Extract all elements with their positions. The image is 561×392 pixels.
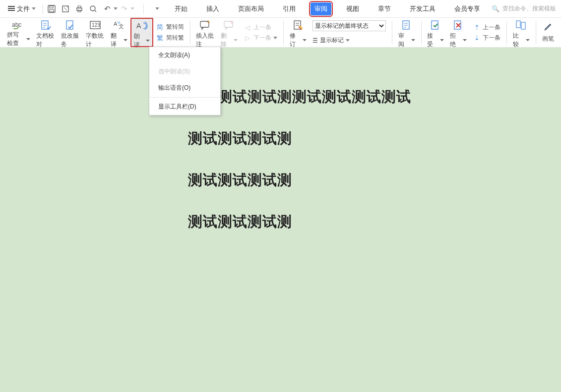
track-state-select[interactable]: 显示标记的最终状态 (312, 20, 386, 31)
file-menu-label: 文件 (17, 4, 30, 13)
undo-icon[interactable]: ↶ (103, 4, 112, 13)
tab-insert[interactable]: 插入 (202, 2, 223, 15)
show-marks-button[interactable]: ☰ 显示标记 (312, 36, 386, 45)
overflow-chevron-icon[interactable] (153, 4, 162, 13)
read-aloud-dropdown: 全文朗读(A) 选中朗读(S) 输出语音(O) 显示工具栏(D) (149, 47, 221, 115)
svg-text:×: × (230, 20, 233, 25)
svg-text:123: 123 (92, 22, 100, 28)
dd-separator (149, 97, 220, 98)
track-options-group: 显示标记的最终状态 ☰ 显示标记 (310, 18, 389, 47)
document-line[interactable]: 测试测试测试测 (188, 170, 292, 190)
read-aloud-icon: A (135, 20, 148, 31)
insert-comment-button[interactable]: + 插入批注 (193, 18, 218, 47)
proofread-button[interactable]: 文档校对 (33, 18, 58, 47)
document-line[interactable]: 测试测试测试测测试测试测试测试 (188, 87, 411, 107)
document-line[interactable]: 测试测试测试测 (188, 129, 292, 149)
dd-read-all[interactable]: 全文朗读(A) (149, 47, 220, 63)
undo-redo-group: ↶ ↷ (103, 4, 134, 13)
accept-button[interactable]: 接受 (424, 18, 447, 47)
read-aloud-button[interactable]: A 朗读 (130, 18, 153, 47)
tab-review[interactable]: 审阅 (311, 2, 331, 15)
approve-button[interactable]: 批改服务 (58, 18, 83, 47)
pen-button[interactable]: 画笔 (539, 18, 557, 47)
simplify-group: 简繁转简 繁简转繁 (153, 18, 187, 47)
tab-section[interactable]: 章节 (374, 2, 395, 15)
next-change-button[interactable]: ⇣下一条 (473, 34, 500, 42)
compare-button[interactable]: 比较 (510, 18, 533, 47)
proofread-label: 文档校对 (36, 32, 55, 49)
tab-view[interactable]: 视图 (342, 2, 363, 15)
tab-reference[interactable]: 引用 (279, 2, 300, 15)
separator (536, 21, 536, 44)
next-icon: ▷ (244, 34, 251, 42)
save-icon[interactable] (47, 4, 56, 13)
trad2simp-icon: 简 (156, 23, 164, 32)
chevron-down-icon[interactable] (114, 7, 118, 10)
next-comment-button[interactable]: ▷下一条 (244, 34, 277, 42)
hamburger-icon (8, 6, 15, 12)
svg-rect-1 (50, 6, 53, 8)
chevron-down-icon (273, 37, 277, 39)
track-changes-button[interactable]: 修订 (287, 18, 310, 47)
separator (506, 21, 507, 44)
track-icon (293, 20, 304, 31)
next-change-label: 下一条 (483, 34, 500, 42)
change-nav-group: ⇡上一条 ⇣下一条 (470, 18, 503, 47)
simp2trad-button[interactable]: 繁简转繁 (156, 34, 184, 43)
search-box[interactable]: 查找命令、搜索模板 (492, 4, 556, 13)
document-area[interactable]: 测试测试测试测测试测试测试测试 测试测试测试测 测试测试测试测 测试测试测试测 (0, 48, 561, 392)
spellcheck-label: 拼写检查 (7, 31, 24, 48)
chevron-down-icon (411, 39, 415, 41)
document-line[interactable]: 测试测试测试测 (188, 212, 292, 232)
trad2simp-button[interactable]: 简繁转简 (156, 23, 184, 32)
print-icon[interactable] (75, 4, 84, 13)
tab-start[interactable]: 开始 (171, 2, 191, 15)
svg-text:A: A (136, 22, 141, 30)
prev-change-label: 上一条 (483, 23, 500, 32)
comment-delete-icon: × (223, 20, 235, 31)
next-change-icon: ⇣ (473, 34, 481, 42)
dd-show-toolbar[interactable]: 显示工具栏(D) (149, 99, 220, 115)
search-icon (492, 5, 499, 12)
wordcount-icon: 123 (89, 20, 101, 31)
print-preview-icon[interactable] (61, 4, 70, 13)
svg-text:A: A (114, 21, 118, 27)
divider (43, 4, 43, 14)
reject-button[interactable]: 拒绝 (447, 18, 470, 47)
simp2trad-label: 简转繁 (166, 34, 184, 42)
tab-developer[interactable]: 开发工具 (406, 2, 439, 15)
chevron-down-icon (440, 39, 444, 41)
delete-comment-button[interactable]: × 删除 (218, 18, 241, 47)
search-placeholder-label: 查找命令、搜索模板 (502, 4, 556, 13)
approve-label: 批改服务 (61, 32, 80, 49)
prev-change-button[interactable]: ⇡上一条 (473, 23, 500, 32)
translate-button[interactable]: A文 翻译 (108, 18, 130, 47)
chevron-down-icon (303, 39, 307, 41)
chevron-down-icon[interactable] (130, 7, 134, 10)
dd-output-voice[interactable]: 输出语音(O) (149, 80, 220, 96)
show-marks-icon: ☰ (312, 37, 318, 44)
track-state-dropdown[interactable]: 显示标记的最终状态 (312, 20, 386, 31)
spellcheck-button[interactable]: abc 拼写检查 (4, 18, 33, 47)
zoom-icon[interactable] (89, 4, 98, 13)
wordcount-button[interactable]: 123 字数统计 (83, 18, 108, 47)
chevron-down-icon (26, 38, 30, 40)
tab-member[interactable]: 会员专享 (450, 2, 484, 15)
prev-comment-button[interactable]: ◁上一条 (244, 23, 277, 32)
review-pane-button[interactable]: 审阅 (395, 18, 418, 47)
file-menu-button[interactable]: 文件 (5, 2, 39, 15)
insert-comment-label: 插入批注 (196, 32, 215, 49)
svg-rect-2 (50, 9, 54, 12)
accept-label: 接受 (427, 32, 438, 49)
delete-comment-label: 删除 (221, 32, 232, 49)
document-page[interactable]: 测试测试测试测测试测试测试测试 测试测试测试测 测试测试测试测 测试测试测试测 (69, 48, 476, 392)
tab-layout[interactable]: 页面布局 (234, 2, 268, 15)
chevron-down-icon (463, 39, 467, 41)
redo-icon[interactable]: ↷ (120, 4, 128, 13)
svg-text:+: + (207, 20, 210, 25)
svg-rect-25 (521, 22, 525, 29)
quick-access-toolbar: ↶ ↷ (47, 4, 162, 14)
chevron-down-icon (234, 39, 238, 41)
divider (143, 4, 144, 14)
svg-rect-6 (78, 10, 81, 12)
